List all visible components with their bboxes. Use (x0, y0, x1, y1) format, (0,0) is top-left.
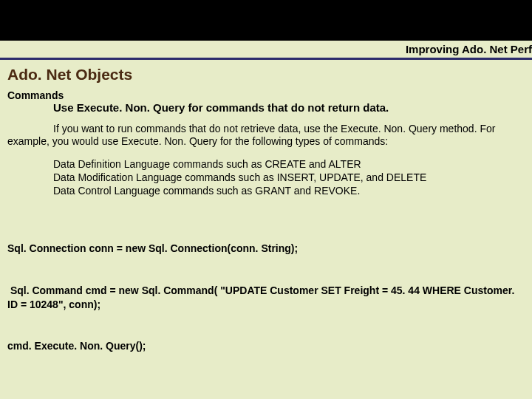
top-black-bar (0, 0, 532, 41)
bullet-list: Data Definition Language commands such a… (53, 157, 525, 198)
breadcrumb: Improving Ado. Net Perf (406, 43, 532, 55)
code-line: Sql. Connection conn = new Sql. Connecti… (7, 242, 525, 256)
content-area: Ado. Net Objects Commands Use Execute. N… (0, 60, 532, 381)
code-block: Sql. Connection conn = new Sql. Connecti… (7, 214, 525, 381)
section-heading: Commands (7, 89, 525, 101)
header-row: Improving Ado. Net Perf (0, 41, 532, 60)
bullet-item: Data Definition Language commands such a… (53, 157, 510, 171)
code-line: cmd. Execute. Non. Query(); (7, 339, 525, 353)
paragraph-text: If you want to run commands that do not … (7, 123, 495, 148)
paragraph: If you want to run commands that do not … (7, 123, 522, 149)
section-subheading: Use Execute. Non. Query for commands tha… (53, 101, 525, 115)
bullet-item: Data Modification Language commands such… (53, 171, 510, 184)
code-line: Sql. Command cmd = new Sql. Command( "UP… (7, 284, 525, 312)
slide: Improving Ado. Net Perf Ado. Net Objects… (0, 0, 532, 399)
bullet-item: Data Control Language commands such as G… (53, 184, 510, 197)
page-title: Ado. Net Objects (7, 66, 525, 83)
